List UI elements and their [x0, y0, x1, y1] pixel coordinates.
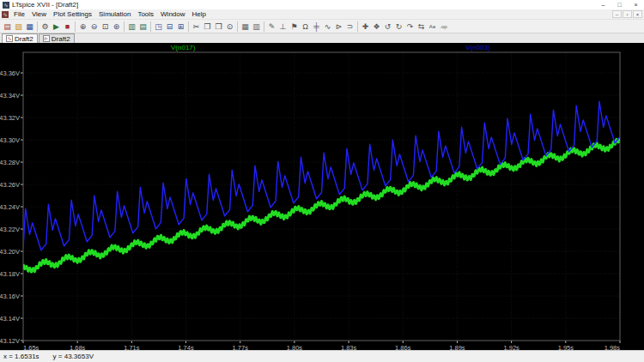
y-tick-label: 43.12V — [0, 337, 20, 345]
run-icon[interactable]: ▶ — [51, 21, 62, 33]
menu-item-plot-settings[interactable]: Plot Settings — [50, 9, 95, 19]
toolbar-separator — [188, 21, 189, 32]
menu-item-view[interactable]: View — [28, 9, 50, 19]
child-minimize-button[interactable]: – — [612, 10, 622, 18]
tab-label: Draft2 — [15, 35, 33, 43]
copy-icon[interactable]: ❐ — [202, 21, 213, 33]
tab-draft2-schematic[interactable]: ⊳Draft2 — [39, 33, 75, 43]
paste-icon[interactable]: ❒ — [213, 21, 224, 33]
zoom-in-icon[interactable]: ⊕ — [77, 21, 88, 33]
menu-item-window[interactable]: Window — [157, 9, 188, 19]
ground-icon[interactable]: ⊥ — [277, 21, 289, 33]
drag-icon[interactable]: ❖ — [371, 21, 382, 33]
x-tick-label: 1.95s — [558, 344, 574, 350]
x-tick-label: 1.77s — [233, 344, 249, 350]
zoom-area-icon[interactable]: ⊡ — [100, 21, 111, 33]
window-controls: –□× — [595, 0, 644, 9]
menu-item-tools[interactable]: Tools — [134, 9, 157, 19]
x-tick-label: 1.68s — [70, 344, 86, 350]
menu-item-file[interactable]: File — [10, 9, 28, 19]
minimize-button[interactable]: – — [595, 0, 611, 9]
toolbar-separator — [75, 21, 76, 32]
toolbar-separator — [37, 21, 38, 32]
save-icon[interactable]: ▦ — [24, 21, 35, 33]
tab-draft2-plot[interactable]: ∿Draft2 — [2, 33, 38, 43]
halt-icon[interactable]: ■ — [62, 21, 73, 33]
x-tick-label: 1.65s — [23, 344, 39, 350]
find-icon[interactable]: ⊙ — [224, 21, 235, 33]
x-tick-label: 1.74s — [178, 344, 194, 350]
toolbar: ▤▧▦⚙▶■⊕⊖⊡⊛▥▤◳⊟⊞✂❐❒⊙▦▥✎⊥⚑Ω╪∿⊳⊃✚❖↺↻↷⇆Aa.op — [0, 19, 644, 33]
open-folder-icon[interactable]: ▧ — [13, 21, 24, 33]
y-tick-label: 43.26V — [0, 181, 20, 189]
cursor-x-readout: x = 1.6531s — [3, 353, 39, 360]
inductor-icon[interactable]: ∿ — [322, 21, 333, 33]
schematic-tab-icon: ⊳ — [43, 35, 50, 42]
trace-label-v-n017-[interactable]: V(n017) — [171, 44, 196, 51]
close-button[interactable]: × — [628, 0, 644, 9]
tab-bar: ∿Draft2⊳Draft2 — [0, 33, 644, 43]
tab-label: Draft2 — [52, 35, 70, 43]
y-tick-label: 43.36V — [0, 69, 20, 77]
title-bar: ∿ LTspice XVII - [Draft2] –□× — [0, 0, 644, 9]
menu-item-simulation[interactable]: Simulation — [95, 9, 134, 19]
control-panel-icon[interactable]: ⚙ — [39, 21, 51, 33]
maximize-button[interactable]: □ — [611, 0, 628, 9]
x-tick-label: 1.80s — [287, 344, 303, 350]
x-tick-label: 1.92s — [503, 344, 519, 350]
tile-horizontal-icon[interactable]: ⊟ — [164, 21, 175, 33]
redo-icon[interactable]: ↻ — [393, 21, 404, 33]
toolbar-separator — [124, 21, 125, 32]
net-label-icon[interactable]: ⚑ — [289, 21, 300, 33]
y-tick-label: 43.32V — [0, 114, 20, 122]
wire-icon[interactable]: ✎ — [266, 21, 277, 33]
waveform-pane: 1.65s1.68s1.71s1.74s1.77s1.80s1.83s1.86s… — [0, 43, 644, 350]
resistor-icon[interactable]: Ω — [300, 21, 311, 33]
rotate-icon[interactable]: ↷ — [404, 21, 416, 33]
plot-tab-icon: ∿ — [6, 35, 13, 42]
capacitor-icon[interactable]: ╪ — [311, 21, 322, 33]
zoom-full-extents-icon[interactable]: ⊛ — [111, 21, 122, 33]
x-tick-label: 1.89s — [449, 344, 465, 350]
child-window-icon[interactable]: ∿ — [2, 11, 9, 18]
status-bar: x = 1.6531s y = 43.3653V — [0, 350, 644, 362]
child-restore-button[interactable]: ▫ — [623, 10, 632, 18]
mirror-icon[interactable]: ⇆ — [416, 21, 427, 33]
y-tick-label: 43.22V — [0, 226, 20, 233]
x-tick-label: 1.83s — [341, 344, 357, 350]
toolbar-separator — [150, 21, 151, 32]
child-window-controls: –▫× — [611, 10, 642, 18]
cursor-y-readout: y = 43.3653V — [53, 353, 94, 360]
trace-label-v-n003-[interactable]: V(n003) — [465, 44, 490, 51]
toolbar-separator — [237, 21, 238, 32]
app-icon: ∿ — [3, 2, 9, 9]
y-tick-label: 43.20V — [0, 248, 20, 256]
tile-vertical-icon[interactable]: ⊞ — [175, 21, 186, 33]
undo-icon[interactable]: ↺ — [382, 21, 393, 33]
y-tick-label: 43.16V — [0, 293, 20, 300]
x-tick-label: 1.71s — [124, 344, 140, 350]
print-preview-icon[interactable]: ▥ — [251, 21, 262, 33]
waveform-plot[interactable]: 1.65s1.68s1.71s1.74s1.77s1.80s1.83s1.86s… — [0, 43, 644, 350]
menu-bar: ∿ FileViewPlot SettingsSimulationToolsWi… — [0, 9, 644, 19]
cut-icon[interactable]: ✂ — [191, 21, 202, 33]
toolbar-separator — [264, 21, 264, 32]
print-icon[interactable]: ▦ — [240, 21, 251, 33]
new-schematic-icon[interactable]: ▤ — [2, 21, 13, 33]
plot-pane-icon[interactable]: ▤ — [137, 21, 149, 33]
cascade-windows-icon[interactable]: ◳ — [153, 21, 164, 33]
y-tick-label: 43.14V — [0, 315, 20, 323]
toolbar-separator — [357, 21, 358, 32]
component-icon[interactable]: ⊃ — [344, 21, 355, 33]
spice-directive-icon[interactable]: .op — [438, 21, 449, 33]
move-icon[interactable]: ✚ — [360, 21, 371, 33]
zoom-out-icon[interactable]: ⊖ — [88, 21, 100, 33]
diode-icon[interactable]: ⊳ — [333, 21, 344, 33]
menu-item-help[interactable]: Help — [189, 9, 210, 19]
text-icon[interactable]: Aa — [427, 21, 438, 33]
child-close-button[interactable]: × — [633, 10, 642, 18]
window-title: LTspice XVII - [Draft2] — [12, 1, 595, 9]
y-tick-label: 43.34V — [0, 92, 20, 100]
y-tick-label: 43.28V — [0, 159, 20, 166]
autorange-y-axis-icon[interactable]: ▥ — [126, 21, 137, 33]
